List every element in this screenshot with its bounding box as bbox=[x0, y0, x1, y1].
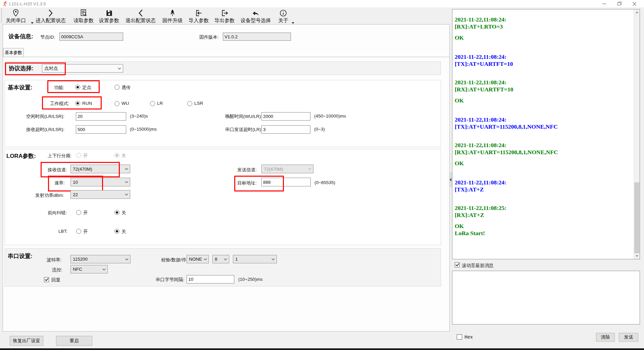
log-entry: 2021-11-22,11:08:24: [TX]:AT+Z bbox=[455, 179, 632, 193]
toolbar-button-read-params[interactable]: 读取参数 bbox=[73, 8, 94, 24]
serial-settings-label: 串口设置: bbox=[8, 252, 33, 260]
toolbar-button-close-serial[interactable]: 关闭串口 bbox=[6, 8, 26, 24]
tx-power-select[interactable]: 22 bbox=[70, 190, 130, 199]
flow-control-select[interactable]: NFC bbox=[70, 265, 108, 273]
baud-rate-label: 波特率: bbox=[47, 257, 61, 263]
scroll-up-icon[interactable] bbox=[634, 9, 640, 15]
scrollbar-thumb[interactable] bbox=[634, 182, 639, 253]
firmware-version-label: 固件版本: bbox=[199, 34, 219, 40]
fec-radio-off[interactable] bbox=[114, 210, 119, 215]
toolbar-button-export-params[interactable]: 导出参数 bbox=[214, 8, 235, 24]
hex-checkbox[interactable] bbox=[457, 334, 462, 340]
log-entry: OK bbox=[455, 97, 632, 104]
toolbar-grip[interactable] bbox=[1, 9, 2, 23]
factory-reset-button[interactable]: 恢复出厂设置 bbox=[10, 336, 43, 346]
uart-send-timeout-input[interactable] bbox=[261, 125, 310, 134]
stop-bits-select[interactable]: 1 bbox=[233, 255, 277, 263]
lbt-radio-on[interactable] bbox=[76, 229, 81, 234]
rx-channel-value: 72(470M) bbox=[73, 167, 92, 172]
toolbar-label: 进入配置状态 bbox=[36, 17, 66, 24]
rx-timeout-label: 接收超时(LR/LSR): bbox=[26, 127, 64, 133]
scroll-down-icon[interactable] bbox=[634, 253, 640, 259]
idle-time-input[interactable] bbox=[76, 112, 126, 121]
restart-button[interactable]: 重启 bbox=[56, 336, 92, 346]
chevron-down-icon bbox=[123, 258, 130, 260]
save-icon bbox=[105, 8, 113, 17]
function-label: 功能: bbox=[54, 85, 64, 91]
log-entry: 2021-11-22,11:08:24: [TX]:AT+UART=115200… bbox=[455, 116, 632, 130]
fec-radio-on[interactable] bbox=[76, 210, 81, 215]
send-button[interactable]: 发送 bbox=[619, 333, 638, 342]
rx-timeout-input[interactable] bbox=[76, 125, 126, 134]
parity-select[interactable]: NONE bbox=[187, 255, 209, 263]
hex-label: Hex bbox=[464, 335, 473, 340]
wake-time-input[interactable] bbox=[261, 112, 310, 121]
toolbar-button-exit-config[interactable]: 退出配置状态 bbox=[126, 8, 156, 24]
chevron-down-icon bbox=[202, 258, 209, 260]
rx-channel-select[interactable]: 72(470M) bbox=[70, 165, 130, 173]
work-mode-radio-lr[interactable] bbox=[150, 101, 155, 106]
log-entry: 2021-11-22,11:08:25: [RX]:AT+Z bbox=[455, 205, 632, 219]
clear-button[interactable]: 清除 bbox=[596, 333, 615, 342]
function-transparent-label: 透传 bbox=[121, 85, 131, 91]
window-title: L101-L-H20 V1.3.5 bbox=[9, 1, 46, 6]
rate-select[interactable]: 10 bbox=[70, 178, 130, 186]
toolbar-label: 导出参数 bbox=[214, 17, 235, 24]
toolbar-label: 设置参数 bbox=[99, 17, 119, 24]
toolbar-label: 固件升级 bbox=[162, 17, 183, 24]
echo-checkbox[interactable] bbox=[44, 277, 49, 282]
restart-label: 重启 bbox=[70, 338, 79, 344]
function-radio-transparent[interactable] bbox=[114, 85, 119, 90]
tx-channel-label: 发送信道: bbox=[237, 167, 257, 173]
chevron-down-icon bbox=[306, 168, 313, 170]
toolbar-button-import-params[interactable]: 导入参数 bbox=[189, 8, 209, 24]
lbt-label: LBT: bbox=[58, 229, 67, 234]
panel-splitter[interactable] bbox=[449, 172, 452, 187]
toolbar-label: 关于 bbox=[278, 17, 288, 24]
updown-split-radio-on bbox=[76, 153, 81, 158]
close-button[interactable] bbox=[627, 0, 642, 7]
toolbar-button-write-params[interactable]: 设置参数 bbox=[99, 8, 119, 24]
parity-value: NONE bbox=[189, 257, 202, 262]
restore-button[interactable] bbox=[612, 0, 627, 7]
baud-rate-select[interactable]: 115200 bbox=[70, 255, 131, 263]
function-fixed-label: 定点 bbox=[82, 85, 91, 91]
echo-label: 回显 bbox=[51, 277, 60, 283]
chevron-down-icon bbox=[222, 258, 229, 260]
node-id-input[interactable] bbox=[59, 33, 123, 41]
protocol-select[interactable]: 点对点 bbox=[42, 64, 123, 73]
rate-label: 速率: bbox=[54, 180, 65, 186]
firmware-version-input[interactable] bbox=[223, 33, 291, 41]
minimize-button[interactable] bbox=[597, 0, 612, 7]
toolbar-button-device-model-select[interactable]: 设备型号选择 bbox=[241, 8, 271, 24]
import-icon bbox=[195, 8, 203, 17]
send-input[interactable] bbox=[452, 271, 640, 324]
pin-x-icon bbox=[12, 8, 20, 17]
toolbar-button-firmware-upgrade[interactable]: 固件升级 bbox=[162, 8, 183, 24]
info-icon bbox=[279, 8, 287, 17]
work-mode-lsr-label: LSR bbox=[194, 101, 203, 106]
lbt-off-label: 关 bbox=[121, 229, 126, 235]
data-bits-select[interactable]: 8 bbox=[212, 255, 229, 263]
work-mode-radio-lsr[interactable] bbox=[187, 101, 192, 106]
node-id-label: 节点ID: bbox=[40, 34, 55, 40]
toolbar-label: 关闭串口 bbox=[6, 17, 26, 24]
chevron-down-icon[interactable] bbox=[292, 22, 294, 24]
work-mode-radio-wu[interactable] bbox=[114, 101, 119, 106]
window-bottom-edge bbox=[0, 348, 644, 350]
log-scrollbar[interactable] bbox=[634, 9, 640, 259]
target-address-input[interactable] bbox=[261, 178, 311, 186]
byte-interval-input[interactable] bbox=[187, 275, 234, 283]
toolbar-button-enter-config[interactable]: 进入配置状态 bbox=[36, 8, 66, 24]
lbt-radio-off[interactable] bbox=[114, 229, 119, 234]
tab-basic-params[interactable]: 基本参数 bbox=[3, 48, 24, 57]
function-radio-fixed[interactable] bbox=[75, 85, 80, 90]
log-output[interactable]: 2021-11-22,11:08:24: [RX]:AT+LRTO=3 OK 2… bbox=[452, 9, 640, 259]
lora-params-label: LORA参数: bbox=[6, 152, 36, 160]
autoscroll-checkbox[interactable] bbox=[455, 262, 460, 267]
chevron-down-icon[interactable] bbox=[31, 22, 34, 24]
work-mode-lr-label: LR bbox=[157, 101, 163, 106]
work-mode-radio-run[interactable] bbox=[75, 101, 80, 106]
config-panel: 设备信息: 节点ID: 固件版本: 基本参数 协议选择: 点对点 基本设置: 功… bbox=[3, 24, 450, 332]
toolbar-button-about[interactable]: 关于 bbox=[278, 8, 288, 24]
